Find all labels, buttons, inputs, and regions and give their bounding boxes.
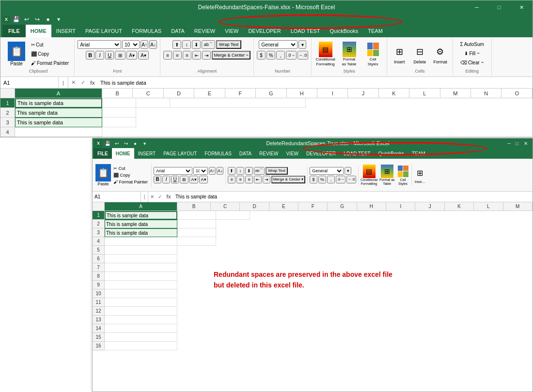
bottom-number-format[interactable]: General [310,167,344,175]
bottom-row-1[interactable]: 1 [93,211,105,220]
bottom-fill-color-button[interactable]: A▾ [189,176,198,183]
bottom-row-15[interactable]: 15 [93,333,105,342]
tab-data[interactable]: DATA [166,25,189,37]
bottom-dec-dec[interactable]: ←.0 [346,176,356,183]
bottom-align-bot[interactable]: ⬇ [245,167,253,175]
bottom-cell-styles-button[interactable]: CellStyles [397,165,409,185]
col-header-H[interactable]: H [287,89,317,98]
bottom-col-header-D[interactable]: D [240,202,269,211]
number-format-dropdown[interactable]: ▾ [298,40,306,49]
bottom-insert-button[interactable]: ⊞ Inse... [414,166,426,184]
bottom-col-header-L[interactable]: L [474,202,503,211]
bottom-col-header-G[interactable]: G [328,202,357,211]
bottom-font-color-button[interactable]: A▾ [199,176,208,183]
col-header-C[interactable]: C [133,89,163,98]
align-middle-button[interactable]: ↕ [182,40,191,49]
bold-button[interactable]: B [86,51,94,60]
font-family-select[interactable]: Arial [78,40,121,49]
col-header-E[interactable]: E [194,89,225,98]
font-increase-button[interactable]: A↑ [141,40,148,49]
bottom-cell-A3[interactable]: This is sample data [105,228,177,237]
tab-quickbooks[interactable]: QuickBooks [325,25,363,37]
bottom-copy-button[interactable]: ⬛ Copy [112,172,149,178]
bottom-tab-data[interactable]: DATA [235,148,255,159]
clear-button[interactable]: ⌫ Clear ~ [458,59,486,67]
tab-file[interactable]: FILE [2,25,26,37]
cell-reference-box[interactable]: A1 [0,77,59,88]
bottom-inc-indent[interactable]: ⇥ [263,176,270,183]
bottom-cancel-button[interactable]: ✕ [148,192,156,202]
bottom-conditional-button[interactable]: ▤ ConditionalFormatting [361,165,377,185]
col-header-M[interactable]: M [440,89,471,98]
increase-decimal-button[interactable]: .0→ [286,51,297,60]
bottom-cell-B1[interactable] [177,211,216,220]
bottom-wrap-button[interactable]: Wrap Text [266,167,288,175]
bottom-cell-A10[interactable] [105,289,177,298]
bottom-percent-button[interactable]: % [318,176,326,183]
bottom-cell-A14[interactable] [105,324,177,333]
cell-A2[interactable]: This sample data [15,108,102,118]
bottom-cell-A8[interactable] [105,272,177,281]
decrease-decimal-button[interactable]: ←.0 [298,51,308,60]
bottom-cell-A4[interactable] [105,237,177,246]
undo-button[interactable]: ↩ [22,15,31,24]
italic-button[interactable]: I [95,51,104,60]
cell-styles-button[interactable]: Cell Styles [362,40,384,68]
cell-C1[interactable] [136,98,170,108]
insert-cells-button[interactable]: ⊞ Insert [390,43,408,66]
bottom-col-header-F[interactable]: F [298,202,328,211]
bottom-col-header-M[interactable]: M [503,202,533,211]
bottom-col-header-A[interactable]: A [105,202,177,211]
tab-view[interactable]: VIEW [220,25,243,37]
tab-review[interactable]: REVIEW [189,25,220,37]
col-header-D[interactable]: D [164,89,194,98]
bottom-font-select[interactable]: Arial [154,167,192,175]
row-header-4[interactable]: 4 [0,127,15,137]
bottom-comma-button[interactable]: , [327,176,335,183]
bottom-merge-button[interactable]: Merge & Center ▾ [271,176,305,183]
bottom-bold-button[interactable]: B [154,176,161,183]
bottom-row-2[interactable]: 2 [93,220,105,228]
delete-cells-button[interactable]: ⊟ Delete [410,43,429,66]
format-as-table-button[interactable]: ⊞ Format as Table [338,40,360,68]
bottom-align-top[interactable]: ⬆ [228,167,235,175]
bottom-paste-button[interactable]: 📋 Paste [95,164,111,186]
align-center-button[interactable]: ≡ [173,51,182,60]
tab-insert[interactable]: INSERT [51,25,80,37]
bottom-col-header-K[interactable]: K [445,202,474,211]
col-header-J[interactable]: J [348,89,378,98]
repeat-small-button[interactable]: ● [131,139,139,147]
bottom-border-button[interactable]: ⊞ [180,176,188,183]
bottom-col-header-C[interactable]: C [211,202,240,211]
merge-center-button[interactable]: Merge & Center ~ [212,51,251,60]
bottom-align-mid[interactable]: ↕ [236,167,244,175]
align-left-button[interactable]: ≡ [163,51,172,60]
row-header-3[interactable]: 3 [0,118,15,127]
bottom-left-button[interactable]: ≡ [228,176,235,183]
bottom-cell-B3[interactable] [177,228,216,237]
bottom-cell-A2[interactable]: This is sample data [105,220,177,228]
bottom-cell-A1[interactable]: This is sample data [105,211,177,220]
align-top-button[interactable]: ⬆ [172,40,181,49]
redo-button[interactable]: ↪ [32,15,42,24]
redo-small-button[interactable]: ↪ [122,139,130,147]
bottom-tab-quickbooks[interactable]: QuickBooks [375,148,408,159]
save-qat-button[interactable]: 💾 [11,15,21,24]
bottom-tab-home[interactable]: HOME [112,148,134,159]
bottom-italic-button[interactable]: I [162,176,170,183]
cancel-formula-button[interactable]: ✕ [68,77,78,88]
align-right-button[interactable]: ≡ [183,51,191,60]
autosum-button[interactable]: Σ AutoSum [457,40,486,48]
bottom-col-header-E[interactable]: E [269,202,298,211]
col-header-L[interactable]: L [409,89,440,98]
conditional-formatting-button[interactable]: ▤ Conditional Formatting [314,40,336,68]
currency-button[interactable]: $ [257,51,266,60]
percent-button[interactable]: % [266,51,275,60]
minimize-small-button[interactable]: ─ [507,141,514,146]
font-decrease-button[interactable]: A↓ [149,40,157,49]
bottom-row-16[interactable]: 16 [93,342,105,350]
function-button[interactable]: fx [88,77,97,88]
bottom-cell-A12[interactable] [105,307,177,316]
bottom-tab-developer[interactable]: DEVELOPER [302,148,340,159]
row-header-1[interactable]: 1 [0,98,15,108]
